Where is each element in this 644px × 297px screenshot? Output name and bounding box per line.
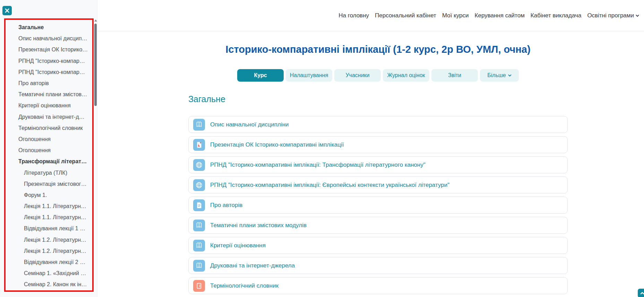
tab-course[interactable]: Курс [237, 69, 284, 82]
book-icon [193, 260, 205, 272]
index-item[interactable]: Термінологічний словник [18, 123, 91, 134]
index-item[interactable]: Оголошення [18, 134, 91, 145]
index-item[interactable]: Презентація ОК Історико… [18, 44, 91, 55]
index-item[interactable]: Презентація змістовог… [18, 179, 91, 190]
chevron-down-icon [636, 14, 639, 17]
index-section-general[interactable]: Загальне [18, 22, 91, 33]
tab-settings[interactable]: Налаштування [286, 69, 332, 82]
tab-participants[interactable]: Учасники [334, 69, 381, 82]
course-page: Історико-компаративні імплікації (1-2 ку… [188, 31, 568, 297]
nav-item-my-courses[interactable]: Мої курси [442, 12, 469, 19]
book-icon [193, 240, 205, 251]
course-index-highlight-box: Загальне Опис навчальної дисцип… Презент… [4, 18, 94, 292]
course-tabs: Курс Налаштування Учасники Журнал оцінок… [188, 69, 568, 82]
index-item[interactable]: Семінар 2. Канон як ін… [18, 279, 91, 290]
top-navbar: На головну Персональний кабінет Мої курс… [97, 0, 644, 31]
triangle-up-icon[interactable] [94, 19, 97, 22]
globe-icon [193, 179, 205, 191]
activity-card: Презентація ОК Історико-компаративні імп… [188, 136, 568, 153]
nav-item-teacher-cabinet[interactable]: Кабінет викладача [531, 12, 582, 19]
book-icon [193, 119, 205, 131]
index-item[interactable]: Оголошення [18, 145, 91, 156]
index-item[interactable]: Семінар 1. «Західний … [18, 268, 91, 279]
index-item[interactable]: Друковані та інтернет-д… [18, 112, 91, 123]
nav-item-edu-programs[interactable]: Освітні програми [587, 12, 639, 19]
index-item[interactable]: Лекція 1.2. Літературн… [18, 234, 91, 246]
activity-link[interactable]: Тематичні плани змістових модулів [210, 222, 307, 229]
index-item[interactable]: Опис навчальної дисцип… [18, 33, 91, 44]
course-title: Історико-компаративні імплікації (1-2 ку… [188, 44, 568, 55]
index-section-transformations[interactable]: Трансформації літерат… [18, 156, 91, 167]
activity-card: Друковані та інтернет-джерела [188, 257, 568, 274]
activity-list: Опис навчальної дисципліни Презентація О… [188, 116, 568, 294]
activity-card: Тематичні плани змістових модулів [188, 217, 568, 234]
index-item[interactable]: Лекція 1.1. Літературн… [18, 201, 91, 212]
page-icon [193, 199, 205, 211]
activity-link[interactable]: Друковані та інтернет-джерела [210, 262, 295, 269]
tab-more[interactable]: Більше [480, 69, 519, 82]
activity-card: Про авторів [188, 197, 568, 214]
nav-item-site-admin[interactable]: Керування сайтом [475, 12, 525, 19]
course-index-list: Загальне Опис навчальної дисцип… Презент… [6, 20, 92, 290]
glossary-icon [193, 280, 205, 292]
nav-item-home[interactable]: На головну [338, 12, 369, 19]
chevron-down-icon [508, 74, 512, 77]
tab-reports[interactable]: Звіти [431, 69, 478, 82]
index-item[interactable]: Тематичні плани змістов… [18, 89, 91, 100]
activity-card: РПНД "Історико-компаративні імплікації: … [188, 156, 568, 173]
course-index-drawer: Загальне Опис навчальної дисцип… Презент… [0, 0, 97, 297]
index-item[interactable]: Література (ТЛК) [18, 167, 91, 178]
index-item[interactable]: РПНД "Історико-компар… [18, 67, 91, 78]
tab-grades[interactable]: Журнал оцінок [383, 69, 429, 82]
activity-card: Опис навчальної дисципліни [188, 116, 568, 133]
x-mark-icon [5, 8, 9, 13]
pdf-file-icon [193, 139, 205, 151]
activity-link[interactable]: РПНД "Історико-компаративні імплікації: … [210, 162, 426, 168]
activity-link[interactable]: Критерії оцінювання [210, 242, 266, 249]
scroll-to-top-button[interactable] [638, 289, 644, 297]
close-drawer-button[interactable] [2, 6, 12, 15]
index-item[interactable]: Критерії оцінювання [18, 100, 91, 111]
activity-card: РПНД "Історико-компаративні імплікації: … [188, 176, 568, 193]
index-item[interactable]: РПНД "Історико-компар… [18, 56, 91, 67]
activity-link[interactable]: Термінологічний словник [210, 282, 278, 289]
activity-link[interactable]: Опис навчальної дисципліни [210, 121, 289, 128]
sidebar-scrollbar-thumb[interactable] [94, 24, 97, 106]
activity-link[interactable]: Про авторів [210, 202, 242, 209]
chevron-up-icon [640, 291, 644, 295]
index-item[interactable]: Відвідування лекції 1 … [18, 223, 91, 234]
index-item[interactable]: Форум 1. [18, 190, 91, 201]
index-item[interactable]: Про авторів [18, 78, 91, 89]
activity-link[interactable]: Презентація ОК Історико-компаративні імп… [210, 141, 344, 148]
activity-card: Критерії оцінювання [188, 237, 568, 254]
activity-link[interactable]: РПНД "Історико-компаративні імплікації: … [210, 182, 449, 189]
section-heading: Загальне [188, 94, 568, 104]
nav-item-dashboard[interactable]: Персональний кабінет [375, 12, 436, 19]
index-item[interactable]: Лекція 1.1. Літературн… [18, 212, 91, 223]
index-item[interactable]: Лекція 1.2. Літературн… [18, 246, 91, 257]
activity-card: Термінологічний словник [188, 277, 568, 294]
book-icon [193, 220, 205, 231]
globe-icon [193, 159, 205, 171]
index-item[interactable]: Відвідування лекції 2 … [18, 257, 91, 268]
